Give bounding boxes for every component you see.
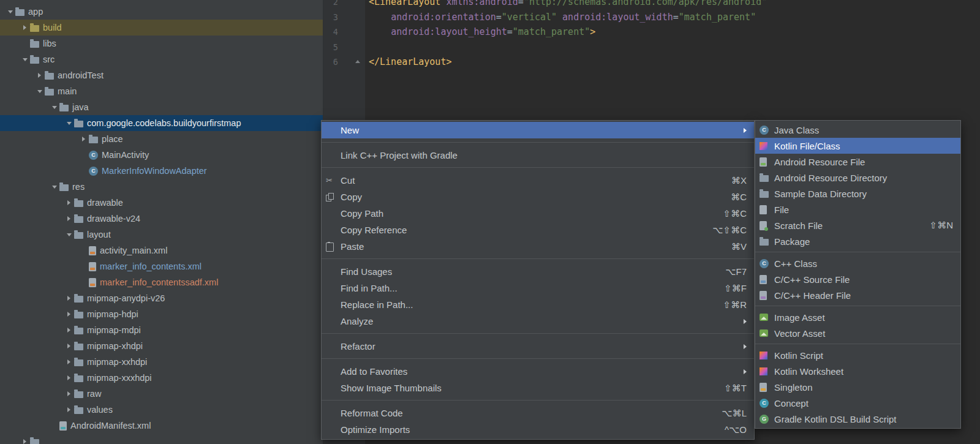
folder-icon	[74, 296, 83, 303]
menu-item-kotlin-file-class[interactable]: Kotlin File/Class	[755, 138, 960, 154]
tree-item-mipmap-hdpi[interactable]: mipmap-hdpi	[0, 306, 323, 322]
tree-item-main[interactable]: main	[0, 83, 323, 99]
chevron-right-icon[interactable]	[64, 341, 74, 351]
folder-icon	[45, 89, 54, 96]
menu-item-label: Scratch File	[774, 220, 823, 231]
menu-item-replace-in-path[interactable]: Replace in Path...⇧⌘R	[322, 296, 754, 313]
chevron-right-icon[interactable]	[64, 405, 74, 415]
menu-item-kotlin-script[interactable]: Kotlin Script	[755, 347, 960, 363]
menu-item-kotlin-worksheet[interactable]: Kotlin Worksheet	[755, 363, 960, 379]
menu-item-file[interactable]: File	[755, 201, 960, 217]
menu-item-refactor[interactable]: Refactor	[322, 338, 754, 355]
tree-item-mipmap-anydpi-v26[interactable]: mipmap-anydpi-v26	[0, 290, 323, 306]
fold-marker-icon[interactable]	[355, 60, 360, 63]
menu-item-optimize-imports[interactable]: Optimize Imports^⌥O	[322, 421, 754, 438]
chevron-right-icon[interactable]	[20, 437, 30, 444]
chevron-down-icon[interactable]	[64, 230, 74, 239]
menu-item-gradle-kotlin-dsl-build-script[interactable]: Gradle Kotlin DSL Build Script	[755, 411, 960, 427]
menu-item-image-asset[interactable]: Image Asset	[755, 309, 960, 325]
menu-item-sample-data-directory[interactable]: Sample Data Directory	[755, 186, 960, 201]
menu-item-analyze[interactable]: Analyze	[322, 313, 754, 329]
menu-item-scratch-file[interactable]: Scratch File⇧⌘N	[755, 217, 960, 233]
tree-item-place[interactable]: place	[0, 131, 323, 147]
tree-item-mipmap-xxxhdpi[interactable]: mipmap-xxxhdpi	[0, 370, 323, 386]
concept-icon	[760, 399, 769, 408]
tree-item-src[interactable]: src	[0, 51, 323, 67]
tree-item-label: java	[72, 102, 89, 112]
menu-item-c-class[interactable]: C++ Class	[755, 255, 960, 271]
tree-item-markerinfowindowadapter[interactable]: MarkerInfoWindowAdapter	[0, 163, 323, 179]
cpp-header-icon	[760, 291, 767, 300]
chevron-right-icon[interactable]	[64, 373, 74, 383]
menu-item-find-usages[interactable]: Find Usages⌥F7	[322, 263, 754, 280]
chevron-right-icon[interactable]	[64, 214, 74, 224]
chevron-right-icon[interactable]	[64, 293, 74, 303]
chevron-right-icon[interactable]	[64, 309, 74, 319]
chevron-right-icon[interactable]	[64, 357, 74, 367]
package-icon	[74, 121, 83, 127]
menu-item-link-c-project-with-gradle[interactable]: Link C++ Project with Gradle	[322, 147, 754, 164]
tree-item-row[interactable]	[0, 434, 323, 444]
chevron-down-icon[interactable]	[49, 102, 59, 112]
tree-item-mipmap-xhdpi[interactable]: mipmap-xhdpi	[0, 338, 323, 354]
chevron-right-icon[interactable]	[20, 23, 30, 32]
tree-item-label: com.google.codelabs.buildyourfirstmap	[87, 118, 241, 128]
tree-item-marker-info-contents-xml[interactable]: marker_info_contents.xml	[0, 258, 323, 274]
folder-icon	[74, 216, 83, 223]
menu-item-reformat-code[interactable]: Reformat Code⌥⌘L	[322, 405, 754, 421]
tree-item-marker-info-contentssadf-xml[interactable]: marker_info_contentssadf.xml	[0, 274, 323, 290]
tree-item-com-google-codelabs-buildyourfirstmap[interactable]: com.google.codelabs.buildyourfirstmap	[0, 115, 323, 131]
chevron-down-icon[interactable]	[49, 182, 59, 192]
tree-item-mainactivity[interactable]: MainActivity	[0, 147, 323, 163]
chevron-right-icon[interactable]	[64, 198, 74, 208]
tree-item-libs[interactable]: libs	[0, 36, 323, 51]
chevron-down-icon[interactable]	[34, 86, 45, 96]
menu-item-android-resource-file[interactable]: Android Resource File	[755, 154, 960, 170]
menu-item-copy[interactable]: Copy⌘C	[322, 189, 754, 205]
tree-item-drawable-v24[interactable]: drawable-v24	[0, 211, 323, 227]
menu-item-add-to-favorites[interactable]: Add to Favorites	[322, 363, 754, 380]
menu-shortcut: ⌘C	[712, 192, 747, 203]
tree-item-layout[interactable]: layout	[0, 227, 323, 243]
menu-item-java-class[interactable]: Java Class	[755, 122, 960, 138]
tree-item-androidtest[interactable]: androidTest	[0, 67, 323, 83]
chevron-right-icon[interactable]	[34, 70, 45, 80]
tree-item-androidmanifest-xml[interactable]: AndroidManifest.xml	[0, 418, 323, 434]
menu-item-c-c-header-file[interactable]: C/C++ Header File	[755, 287, 960, 303]
tree-item-activity-main-xml[interactable]: activity_main.xml	[0, 243, 323, 258]
tree-item-label: mipmap-xxxhdpi	[87, 373, 152, 383]
menu-item-show-image-thumbnails[interactable]: Show Image Thumbnails⇧⌘T	[322, 380, 754, 396]
menu-item-android-resource-directory[interactable]: Android Resource Directory	[755, 170, 960, 186]
menu-item-package[interactable]: Package	[755, 233, 960, 249]
menu-item-cut[interactable]: Cut⌘X	[322, 172, 754, 189]
tree-item-res[interactable]: res	[0, 179, 323, 195]
chevron-down-icon[interactable]	[20, 55, 30, 64]
chevron-right-icon[interactable]	[64, 325, 74, 335]
tree-item-mipmap-mdpi[interactable]: mipmap-mdpi	[0, 322, 323, 338]
chevron-down-icon[interactable]	[5, 7, 15, 17]
menu-item-find-in-path[interactable]: Find in Path...⇧⌘F	[322, 280, 754, 296]
tree-item-raw[interactable]: raw	[0, 386, 323, 402]
menu-item-singleton[interactable]: Singleton	[755, 379, 960, 395]
tree-item-mipmap-xxhdpi[interactable]: mipmap-xxhdpi	[0, 354, 323, 370]
menu-item-c-c-source-file[interactable]: C/C++ Source File	[755, 271, 960, 287]
menu-shortcut: ⇧⌘C	[705, 208, 747, 219]
menu-item-label: Java Class	[774, 125, 819, 135]
tree-item-values[interactable]: values	[0, 402, 323, 418]
menu-item-concept[interactable]: Concept	[755, 395, 960, 411]
menu-item-label: Replace in Path...	[341, 299, 413, 310]
chevron-right-icon[interactable]	[64, 389, 74, 399]
menu-item-label: Singleton	[774, 382, 813, 393]
code-area[interactable]: <LinearLayout xmlns:android="http://sche…	[365, 0, 767, 70]
menu-item-copy-path[interactable]: Copy Path⇧⌘C	[322, 205, 754, 222]
tree-item-drawable[interactable]: drawable	[0, 195, 323, 211]
tree-item-app[interactable]: app	[0, 4, 323, 20]
menu-item-copy-reference[interactable]: Copy Reference⌥⇧⌘C	[322, 222, 754, 238]
tree-item-build[interactable]: build	[0, 20, 323, 36]
tree-item-java[interactable]: java	[0, 99, 323, 115]
chevron-right-icon[interactable]	[78, 134, 89, 144]
menu-item-new[interactable]: New	[322, 122, 754, 138]
chevron-down-icon[interactable]	[64, 118, 74, 128]
menu-item-vector-asset[interactable]: Vector Asset	[755, 325, 960, 341]
menu-item-paste[interactable]: Paste⌘V	[322, 238, 754, 255]
